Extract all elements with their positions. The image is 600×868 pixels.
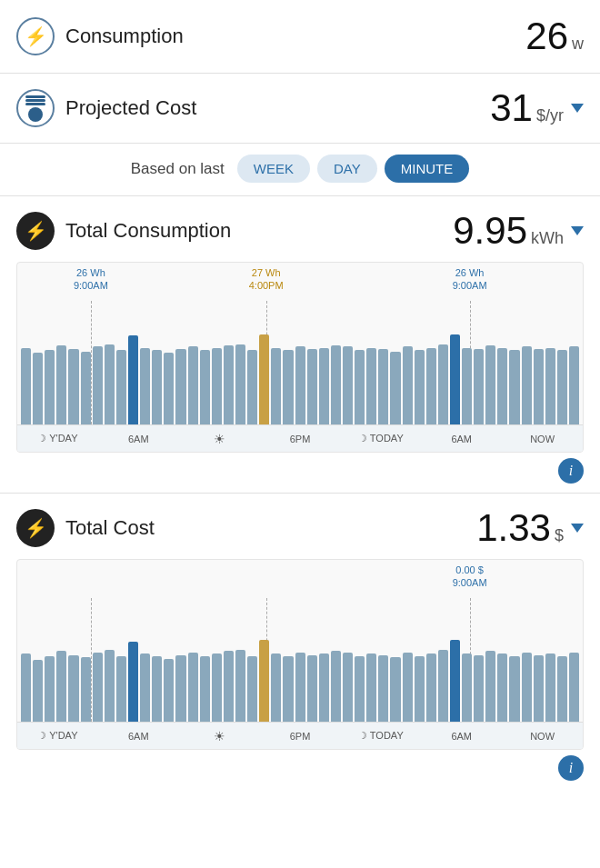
bar bbox=[128, 642, 138, 722]
bar bbox=[247, 350, 257, 424]
bar bbox=[497, 348, 507, 424]
x-label-now: NOW bbox=[502, 434, 583, 444]
bar bbox=[224, 345, 234, 424]
projected-cost-value: 31 bbox=[490, 86, 533, 130]
bar bbox=[450, 334, 460, 424]
total-cost-unit: $ bbox=[555, 526, 564, 545]
total-cost-value-group: 1.33 $ bbox=[476, 506, 584, 550]
bar bbox=[497, 653, 507, 722]
bar bbox=[200, 656, 210, 722]
x-label-6am-2: 6AM bbox=[421, 434, 502, 444]
projected-cost-title: Projected Cost bbox=[65, 96, 196, 120]
bar bbox=[415, 656, 425, 722]
bar bbox=[509, 656, 519, 722]
total-consumption-icon: ⚡ bbox=[16, 212, 55, 250]
bar bbox=[81, 657, 91, 722]
consumption-bars bbox=[17, 301, 583, 424]
bar bbox=[93, 346, 103, 424]
bar bbox=[378, 349, 388, 424]
bar bbox=[188, 346, 198, 424]
bar bbox=[426, 348, 436, 424]
x-label-sun: ☀ bbox=[179, 432, 260, 446]
bar bbox=[21, 653, 31, 722]
cost-chart: 0.00 $9:00AM ☽ Y'DAY 6AM ☀ 6PM ☽ TODAY 6… bbox=[16, 559, 584, 750]
consumption-unit: w bbox=[572, 35, 584, 54]
cost-x-label-6am-1: 6AM bbox=[98, 731, 179, 742]
cost-info-button[interactable]: i bbox=[558, 755, 584, 781]
bar bbox=[200, 350, 210, 424]
projected-cost-section: Projected Cost 31 $/yr bbox=[0, 74, 600, 144]
based-on-section: Based on last WEEK DAY MINUTE bbox=[0, 144, 600, 196]
total-consumption-value-group: 9.95 kWh bbox=[453, 209, 584, 253]
bar bbox=[355, 350, 365, 424]
bar bbox=[366, 653, 376, 722]
bar bbox=[152, 350, 162, 424]
bar bbox=[68, 349, 78, 424]
bar bbox=[295, 653, 305, 722]
bar bbox=[390, 352, 400, 424]
bar bbox=[93, 653, 103, 722]
bar bbox=[378, 655, 388, 722]
bar bbox=[175, 655, 185, 722]
minute-button[interactable]: MINUTE bbox=[385, 155, 470, 183]
x-label-6am-1: 6AM bbox=[98, 434, 179, 444]
cost-info: i bbox=[16, 755, 584, 781]
bar bbox=[307, 655, 317, 722]
cost-x-label-today: ☽ TODAY bbox=[340, 730, 421, 742]
total-consumption-unit: kWh bbox=[531, 229, 564, 248]
bar bbox=[485, 651, 495, 722]
bar bbox=[390, 657, 400, 722]
total-cost-icon: ⚡ bbox=[16, 509, 55, 547]
bar bbox=[534, 349, 544, 424]
bar bbox=[212, 348, 222, 424]
bar bbox=[366, 348, 376, 424]
chart-label-2: 27 Wh4:00PM bbox=[249, 266, 284, 293]
bar bbox=[474, 655, 484, 722]
bar bbox=[259, 640, 269, 722]
cost-x-labels: ☽ Y'DAY 6AM ☀ 6PM ☽ TODAY 6AM NOW bbox=[17, 722, 583, 749]
bar bbox=[271, 348, 281, 424]
bar bbox=[509, 350, 519, 424]
bar bbox=[450, 640, 460, 722]
x-label-today: ☽ TODAY bbox=[340, 433, 421, 444]
cost-x-label-yday: ☽ Y'DAY bbox=[17, 730, 98, 742]
bar bbox=[438, 344, 448, 424]
bar bbox=[140, 348, 150, 424]
consumption-value: 26 bbox=[525, 15, 568, 58]
week-button[interactable]: WEEK bbox=[237, 155, 310, 183]
total-consumption-dropdown[interactable] bbox=[571, 226, 584, 235]
bar bbox=[128, 335, 138, 424]
bar bbox=[545, 348, 555, 424]
total-cost-value: 1.33 bbox=[476, 506, 551, 550]
bar bbox=[164, 353, 174, 424]
bar bbox=[45, 350, 55, 424]
cost-x-label-now: NOW bbox=[502, 731, 583, 742]
total-cost-section: ⚡ Total Cost 1.33 $ 0.00 $9:00AM ☽ Y'DAY… bbox=[0, 494, 600, 790]
bar bbox=[534, 655, 544, 722]
total-cost-title: Total Cost bbox=[65, 516, 155, 540]
bar bbox=[522, 653, 532, 722]
bar bbox=[105, 650, 115, 722]
bar bbox=[152, 656, 162, 722]
bar bbox=[21, 348, 31, 424]
bar bbox=[403, 653, 413, 722]
day-button[interactable]: DAY bbox=[317, 155, 377, 183]
based-on-label: Based on last bbox=[131, 160, 225, 178]
total-cost-dropdown[interactable] bbox=[571, 524, 584, 533]
chart-label-1: 26 Wh9:00AM bbox=[74, 266, 108, 293]
bar bbox=[175, 349, 185, 424]
consumption-value-group: 26 w bbox=[525, 15, 584, 58]
projected-cost-dropdown[interactable] bbox=[571, 104, 584, 113]
bar bbox=[545, 653, 555, 722]
consumption-icon: ⚡ bbox=[16, 17, 55, 55]
bar bbox=[319, 348, 329, 424]
bar bbox=[212, 653, 222, 722]
bar bbox=[283, 350, 293, 424]
consumption-info-button[interactable]: i bbox=[558, 458, 584, 484]
bar bbox=[319, 653, 329, 722]
x-label-6pm: 6PM bbox=[260, 434, 341, 444]
bar bbox=[105, 344, 115, 424]
bar bbox=[33, 660, 43, 722]
total-consumption-section: ⚡ Total Consumption 9.95 kWh 26 Wh9:00AM… bbox=[0, 196, 600, 494]
bar bbox=[224, 651, 234, 722]
